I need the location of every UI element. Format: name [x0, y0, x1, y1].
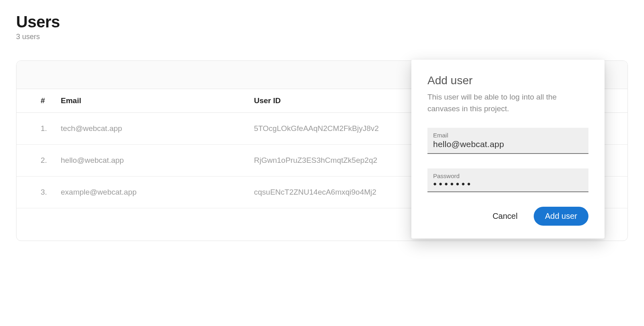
cell-email: hello@webcat.app: [61, 156, 254, 165]
page-title: Users: [16, 13, 628, 31]
cell-index: 3.: [17, 188, 61, 197]
cell-email: tech@webcat.app: [61, 124, 254, 133]
add-user-dialog: Add user This user will be able to log i…: [411, 60, 605, 239]
password-field-container[interactable]: Password: [427, 168, 588, 192]
email-field-container[interactable]: Email: [427, 128, 588, 154]
cancel-button[interactable]: Cancel: [488, 208, 522, 224]
page-subtitle: 3 users: [16, 33, 628, 41]
column-header-email: Email: [61, 96, 254, 105]
dialog-description: This user will be able to log into all t…: [427, 91, 588, 115]
cell-email: example@webcat.app: [61, 188, 254, 197]
page-header: Users 3 users: [16, 13, 628, 41]
dialog-actions: Cancel Add user: [427, 207, 588, 226]
email-field-label: Email: [433, 132, 583, 139]
password-field-label: Password: [433, 172, 583, 179]
cell-index: 2.: [17, 156, 61, 165]
password-field[interactable]: [433, 180, 583, 187]
dialog-title: Add user: [427, 74, 588, 87]
column-header-index: #: [17, 96, 61, 105]
cell-index: 1.: [17, 124, 61, 133]
add-user-button[interactable]: Add user: [534, 207, 588, 226]
email-field[interactable]: [433, 139, 583, 149]
